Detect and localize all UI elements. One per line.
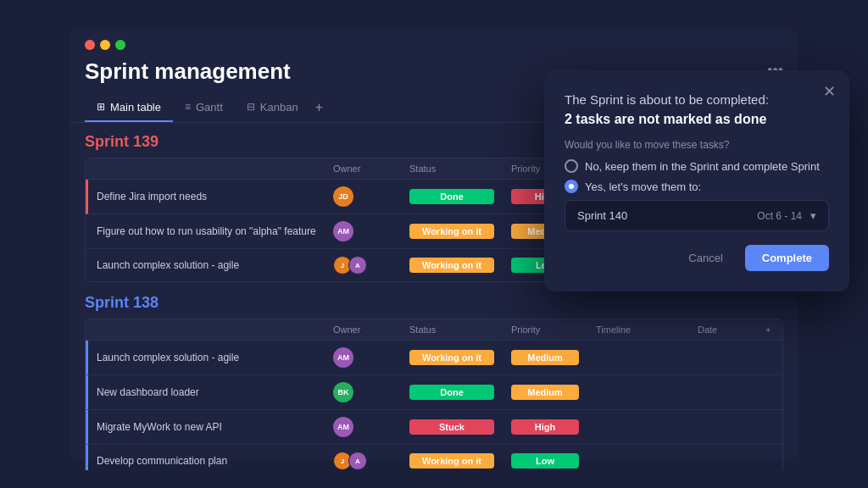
col-status: Status	[401, 158, 503, 179]
modal-title: The Sprint is about to be completed: 2 t…	[565, 91, 829, 129]
radio-no[interactable]	[565, 159, 578, 173]
task-name: Migrate MyWork to new API	[88, 410, 325, 444]
task-owner: AM	[325, 214, 401, 248]
modal-option-no[interactable]: No, keep them in the Sprint and complete…	[565, 159, 829, 173]
task-owner: JD	[325, 180, 401, 214]
sprint-139-title: Sprint 139	[85, 133, 159, 151]
table-row: Develop communication plan J A Working o…	[86, 445, 782, 470]
modal-close-button[interactable]: ✕	[823, 82, 836, 101]
minimize-button[interactable]	[100, 40, 110, 50]
task-date	[689, 445, 757, 470]
task-status[interactable]: Done	[401, 375, 503, 409]
sprint-dropdown[interactable]: Sprint 140 Oct 6 - 14 ▾	[565, 200, 829, 231]
sprint-138-header: Sprint 138	[85, 294, 783, 312]
avatar: A	[348, 256, 367, 274]
status-badge: Done	[409, 385, 494, 400]
tab-kanban-label: Kanban	[260, 101, 298, 114]
task-priority[interactable]: Medium	[503, 375, 587, 409]
avatar: A	[348, 452, 367, 470]
task-name: Launch complex solution - agile	[88, 341, 325, 374]
priority-badge: High	[511, 419, 579, 435]
tab-gantt[interactable]: ≡ Gantt	[173, 94, 235, 122]
col-priority: Priority	[503, 319, 587, 340]
status-badge: Working on it	[409, 258, 494, 273]
task-priority[interactable]: Medium	[503, 341, 587, 374]
task-timeline	[587, 341, 689, 374]
avatar: JD	[333, 186, 353, 207]
traffic-lights	[85, 40, 783, 50]
status-badge: Stuck	[409, 419, 494, 435]
multi-avatar: J A	[333, 452, 367, 470]
app-window: Sprint management ••• ⊞ Main table ≡ Gan…	[70, 28, 798, 460]
col-timeline: Timeline	[587, 319, 689, 340]
sprint-dropdown-date: Oct 6 - 14	[757, 210, 802, 222]
sprint-138-table-header: Owner Status Priority Timeline Date +	[86, 319, 782, 341]
task-priority[interactable]: Low	[503, 445, 587, 470]
complete-sprint-modal: ✕ The Sprint is about to be completed: 2…	[544, 70, 849, 291]
col-date: Date	[689, 319, 757, 340]
task-name: Figure out how to run usability on "alph…	[88, 214, 325, 248]
avatar: AM	[333, 417, 353, 437]
avatar: AM	[333, 221, 353, 241]
task-status[interactable]: Working on it	[401, 341, 503, 374]
sprint-138-table: Owner Status Priority Timeline Date + La…	[85, 319, 783, 470]
priority-badge: Medium	[511, 350, 579, 365]
cancel-button[interactable]: Cancel	[675, 245, 736, 271]
tab-kanban[interactable]: ⊟ Kanban	[235, 94, 310, 122]
tab-main-table[interactable]: ⊞ Main table	[85, 94, 173, 122]
close-button[interactable]	[85, 40, 95, 50]
avatar: BK	[333, 382, 353, 402]
task-status[interactable]: Working on it	[401, 214, 503, 248]
multi-avatar: J A	[333, 256, 367, 274]
task-owner: AM	[325, 341, 401, 374]
task-date	[689, 375, 757, 409]
fullscreen-button[interactable]	[115, 40, 125, 50]
modal-footer: Cancel Complete	[565, 245, 829, 271]
task-name: Define Jira import needs	[88, 180, 325, 214]
task-owner: AM	[325, 410, 401, 444]
modal-subtitle: Would you like to move these tasks?	[565, 139, 829, 151]
complete-button[interactable]: Complete	[745, 245, 829, 271]
sprint-dropdown-label: Sprint 140	[577, 209, 757, 222]
row-add	[757, 445, 782, 470]
table-row: Migrate MyWork to new API AM Stuck High	[86, 410, 782, 445]
status-badge: Working on it	[409, 350, 494, 365]
sprint-138-title: Sprint 138	[85, 294, 159, 312]
radio-yes[interactable]	[565, 180, 578, 193]
task-name: New dashboard loader	[88, 375, 325, 409]
table-row: New dashboard loader BK Done Medium	[86, 375, 782, 410]
task-owner: BK	[325, 375, 401, 409]
col-add[interactable]: +	[757, 319, 782, 340]
add-tab-button[interactable]: +	[310, 93, 328, 122]
task-status[interactable]: Working on it	[401, 249, 503, 281]
task-priority[interactable]: High	[503, 410, 587, 444]
gantt-icon: ≡	[185, 101, 191, 113]
priority-badge: Low	[511, 453, 579, 469]
task-timeline	[587, 375, 689, 409]
col-name	[86, 158, 325, 179]
task-date	[689, 410, 757, 444]
row-add	[757, 341, 782, 374]
tab-gantt-label: Gantt	[196, 101, 223, 114]
chevron-down-icon: ▾	[810, 209, 816, 222]
task-status[interactable]: Done	[401, 180, 503, 214]
task-status[interactable]: Stuck	[401, 410, 503, 444]
priority-badge: Medium	[511, 385, 579, 400]
kanban-icon: ⊟	[247, 101, 255, 113]
modal-title-prefix: The Sprint is about to be completed:	[565, 92, 769, 107]
task-owner: J A	[325, 249, 401, 281]
status-badge: Done	[409, 189, 494, 204]
col-owner: Owner	[325, 158, 401, 179]
col-status: Status	[401, 319, 503, 340]
table-row: Launch complex solution - agile AM Worki…	[86, 341, 782, 375]
col-name	[86, 319, 325, 340]
task-status[interactable]: Working on it	[401, 445, 503, 470]
tab-main-table-label: Main table	[110, 101, 161, 114]
task-timeline	[587, 445, 689, 470]
avatar: AM	[333, 347, 353, 368]
modal-option-yes[interactable]: Yes, let's move them to:	[565, 180, 829, 193]
status-badge: Working on it	[409, 453, 494, 469]
task-name: Develop communication plan	[88, 445, 325, 470]
task-owner: J A	[325, 445, 401, 470]
modal-option-yes-label: Yes, let's move them to:	[585, 180, 701, 193]
